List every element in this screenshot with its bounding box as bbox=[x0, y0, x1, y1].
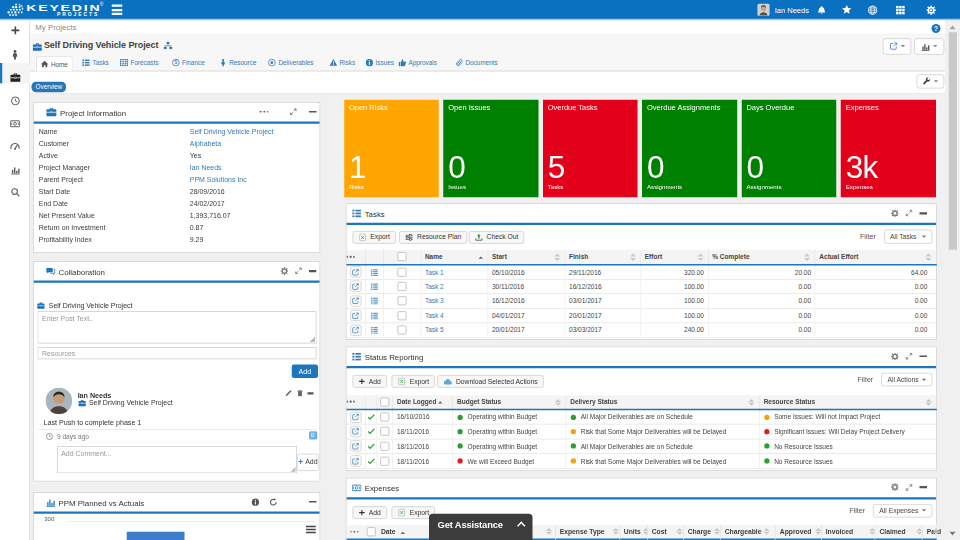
svg-text:$: $ bbox=[174, 61, 177, 66]
